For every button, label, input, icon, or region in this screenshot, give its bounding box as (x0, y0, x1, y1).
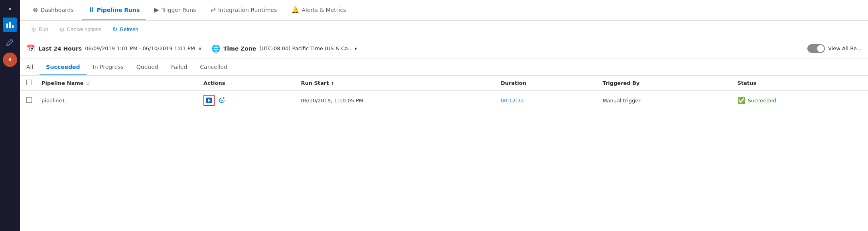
tab-trigger-runs[interactable]: ▶ Trigger Runs (148, 0, 202, 20)
rerun-action-button[interactable] (216, 95, 227, 106)
time-range-value: 06/09/2019 1:01 PM - 06/10/2019 1:01 PM (85, 45, 195, 51)
integration-runtimes-icon: ⇄ (210, 6, 215, 14)
table-header-row: Pipeline Name ▽ Actions Run Start ↕ Dura… (20, 76, 868, 91)
sidebar-icon-pencil[interactable] (3, 35, 17, 49)
run-icon: ⊛ (31, 26, 36, 33)
status-tab-succeeded[interactable]: Succeeded (39, 59, 86, 75)
view-all-toggle[interactable]: View All Re... (807, 44, 862, 53)
run-start-header[interactable]: Run Start ↕ (294, 76, 494, 91)
triggered-by-cell: Manual trigger (596, 91, 731, 110)
calendar-icon: 📅 (26, 44, 35, 53)
toolbar: ⊛ Run ⊘ Cancel options ↻ Refresh (20, 21, 868, 38)
row-select-cell[interactable] (20, 91, 35, 110)
timezone-chevron-icon: ▾ (355, 46, 357, 51)
select-all-checkbox[interactable] (26, 80, 32, 85)
status-tab-queued[interactable]: Queued (130, 59, 165, 75)
time-chevron-icon: ∨ (198, 46, 202, 51)
globe-icon: 🌐 (211, 44, 220, 53)
run-start-cell: 06/10/2019, 1:10:05 PM (294, 91, 494, 110)
timezone-filter: 🌐 Time Zone (UTC-08:00) Pacific Time (US… (211, 44, 357, 53)
run-start-sort-icon: ↕ (331, 81, 334, 86)
actions-cell (197, 91, 294, 110)
filter-bar: 📅 Last 24 Hours 06/09/2019 1:01 PM - 06/… (20, 38, 868, 59)
svg-rect-0 (6, 23, 8, 28)
pipeline-name-header: Pipeline Name ▽ (35, 76, 197, 91)
status-tabs: All Succeeded In Progress Queued Failed … (20, 59, 868, 76)
dashboards-icon: ⊛ (33, 6, 38, 14)
status-tab-failed[interactable]: Failed (165, 59, 194, 75)
trigger-runs-icon: ▶ (154, 6, 159, 14)
select-all-header[interactable] (20, 76, 35, 91)
succeeded-icon: ✅ (738, 97, 746, 104)
view-all-label: View All Re... (828, 45, 862, 51)
timezone-select[interactable]: (UTC-08:00) Pacific Time (US & Ca... ▾ (259, 45, 357, 51)
run-button[interactable]: ⊛ Run (26, 24, 53, 35)
sidebar-icon-chart[interactable] (3, 18, 17, 32)
toggle-track[interactable] (807, 44, 825, 53)
cancel-options-button[interactable]: ⊘ Cancel options (55, 24, 106, 35)
refresh-button[interactable]: ↻ Refresh (108, 24, 143, 35)
sidebar-icon-adf[interactable]: ↯ (3, 53, 17, 67)
cancel-icon: ⊘ (59, 26, 65, 33)
pipeline-name-cell: pipeline1 (35, 91, 197, 110)
pipeline-runs-icon: ⏸ (88, 6, 95, 14)
svg-rect-2 (12, 25, 14, 28)
time-filter[interactable]: 📅 Last 24 Hours 06/09/2019 1:01 PM - 06/… (26, 44, 202, 53)
status-header: Status (731, 76, 868, 91)
actions-header: Actions (197, 76, 294, 91)
status-cell: ✅ Succeeded (731, 91, 868, 110)
toggle-thumb (817, 45, 824, 52)
duration-header: Duration (494, 76, 596, 91)
timezone-label: Time Zone (223, 45, 256, 52)
timezone-value: (UTC-08:00) Pacific Time (US & Ca... (259, 45, 353, 51)
main-content: ⊛ Dashboards ⏸ Pipeline Runs ▶ Trigger R… (20, 0, 868, 231)
triggered-by-header: Triggered By (596, 76, 731, 91)
alerts-metrics-icon: 🔔 (291, 6, 299, 14)
row-checkbox[interactable] (26, 97, 32, 103)
table-row: pipeline1 (20, 91, 868, 110)
time-preset-label: Last 24 Hours (38, 45, 82, 52)
pipeline-filter-icon[interactable]: ▽ (86, 80, 90, 86)
tab-pipeline-runs[interactable]: ⏸ Pipeline Runs (82, 0, 146, 20)
status-tab-cancelled[interactable]: Cancelled (193, 59, 234, 75)
status-tab-all[interactable]: All (26, 59, 39, 75)
sidebar: » ↯ (0, 0, 20, 231)
tab-dashboards[interactable]: ⊛ Dashboards (26, 0, 80, 20)
run-action-button[interactable] (203, 95, 215, 106)
status-tab-in-progress[interactable]: In Progress (87, 59, 130, 75)
sidebar-expand-icon[interactable]: » (6, 3, 14, 14)
tab-integration-runtimes[interactable]: ⇄ Integration Runtimes (204, 0, 283, 20)
top-nav-tabs: ⊛ Dashboards ⏸ Pipeline Runs ▶ Trigger R… (20, 0, 868, 21)
refresh-icon: ↻ (112, 26, 118, 33)
tab-alerts-metrics[interactable]: 🔔 Alerts & Metrics (285, 0, 352, 20)
svg-rect-1 (9, 22, 11, 28)
duration-cell: 00:12:32 (494, 91, 596, 110)
pipeline-runs-table: Pipeline Name ▽ Actions Run Start ↕ Dura… (20, 76, 868, 231)
